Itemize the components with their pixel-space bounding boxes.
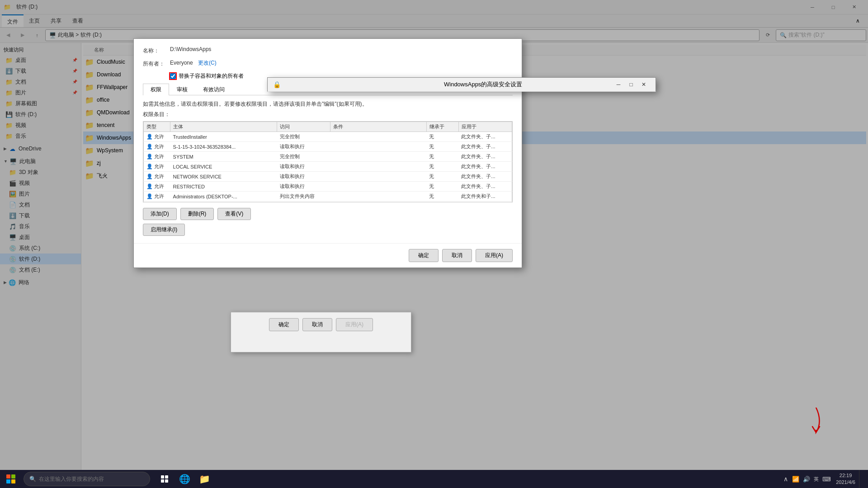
svg-rect-1	[165, 475, 168, 479]
row-access: 完全控制	[277, 152, 330, 162]
col-applies: 应用于	[458, 122, 512, 132]
taskbar-search-input[interactable]	[39, 476, 138, 482]
allow-icon: 👤	[146, 183, 153, 189]
tray-icons: ∧ 📶 🔊 英 ⌨	[782, 475, 832, 483]
inherit-button-row: 启用继承(I)	[143, 224, 513, 236]
security-footer: 确定 取消 应用(A)	[134, 243, 522, 267]
bg-apply-button[interactable]: 应用(A)	[336, 318, 373, 331]
remove-button[interactable]: 删除(R)	[180, 208, 214, 220]
desktop: 📁 软件 (D:) ─ □ ✕ 文件 主页 共享 查看 ∧ ◀ ▶ ↑	[0, 0, 868, 488]
row-type: 👤 允许	[144, 132, 170, 142]
bg-cancel-button[interactable]: 取消	[302, 318, 332, 331]
row-access: 列出文件夹内容	[277, 192, 330, 202]
row-principal: NETWORK SERVICE	[170, 172, 277, 182]
change-owner-link[interactable]: 更改(C)	[198, 60, 217, 66]
permission-table: 类型 主体 访问 条件 继承于 应用于 👤 允许 TrustedInstalle…	[143, 122, 512, 202]
row-condition	[330, 162, 427, 172]
tab-permissions[interactable]: 权限	[143, 84, 169, 95]
row-access: 读取和执行	[277, 202, 330, 203]
security-maximize-btn[interactable]: □	[625, 78, 637, 91]
svg-rect-2	[161, 479, 164, 483]
show-desktop-button[interactable]	[859, 470, 868, 488]
checkbox-label: 替换子容器和对象的所有者	[179, 72, 244, 80]
taskbar-icons: 🌐 📁	[156, 470, 213, 488]
table-row[interactable]: 👤 允许 TrustedInstaller 完全控制 无 此文件夹、子...	[144, 132, 512, 142]
owner-label: 所有者：	[143, 59, 170, 68]
keyboard-icon[interactable]: ⌨	[821, 476, 832, 483]
file-explorer-icon[interactable]: 📁	[195, 470, 213, 488]
row-principal: Administrators (DESKTOP-...	[170, 192, 277, 202]
row-inherit: 无	[426, 162, 458, 172]
start-button[interactable]	[0, 470, 22, 488]
table-row[interactable]: 👤 允许 Administrators (DESKTOP-... 列出文件夹内容…	[144, 192, 512, 202]
keyboard-lang[interactable]: 英	[812, 476, 820, 483]
table-row[interactable]: 👤 允许 LOCAL SERVICE 读取和执行 无 此文件夹、子...	[144, 162, 512, 172]
clock-time: 22:19	[836, 472, 855, 479]
row-condition	[330, 192, 427, 202]
taskbar-search-box[interactable]: 🔍	[24, 472, 150, 486]
row-principal: TrustedInstaller	[170, 132, 277, 142]
row-inherit: 无	[426, 152, 458, 162]
row-inherit: 无	[426, 192, 458, 202]
row-condition	[330, 172, 427, 182]
table-row[interactable]: 👤 允许 RESTRICTED 读取和执行 无 此文件夹、子...	[144, 182, 512, 192]
enable-inherit-button[interactable]: 启用继承(I)	[143, 224, 185, 236]
name-value: D:\WindowsApps	[170, 46, 513, 52]
security-close-btn[interactable]: ✕	[637, 78, 650, 91]
tab-effective-access[interactable]: 有效访问	[195, 84, 232, 95]
row-access: 读取和执行	[277, 162, 330, 172]
security-dialog-title: WindowsApps的高级安全设置	[444, 80, 612, 89]
taskbar: 🔍 🌐 📁 ∧ 📶 🔊 英 ⌨	[0, 470, 868, 488]
row-access: 完全控制	[277, 132, 330, 142]
row-applies: 此文件夹、子...	[458, 172, 512, 182]
row-inherit: 无	[426, 142, 458, 152]
table-row[interactable]: 👤 允许 NETWORK SERVICE 读取和执行 无 此文件夹、子...	[144, 172, 512, 182]
edge-browser-icon[interactable]: 🌐	[175, 470, 193, 488]
security-dialog-content: 名称： D:\WindowsApps 所有者： Everyone 更改(C) 替…	[134, 39, 522, 243]
row-type: 👤 允许	[144, 172, 170, 182]
table-header: 类型 主体 访问 条件 继承于 应用于	[144, 122, 512, 132]
security-cancel-button[interactable]: 取消	[442, 249, 472, 262]
table-row[interactable]: 👤 允许 S-1-15-3-1024-363528384... 读取和执行 无 …	[144, 142, 512, 152]
row-applies: 此文件夹、子...	[458, 162, 512, 172]
allow-icon: 👤	[146, 144, 153, 149]
row-principal: Users (DESKTOP-S6DE3R9\...	[170, 202, 277, 203]
row-type: 👤 允许	[144, 182, 170, 192]
tab-audit[interactable]: 审核	[169, 84, 195, 95]
svg-rect-3	[165, 479, 168, 483]
row-applies: 此文件夹、子...	[458, 152, 512, 162]
row-principal: LOCAL SERVICE	[170, 162, 277, 172]
table-body: 👤 允许 TrustedInstaller 完全控制 无 此文件夹、子... 👤…	[144, 132, 512, 203]
row-type: 👤 允许	[144, 202, 170, 203]
action-buttons: 添加(D) 删除(R) 查看(V)	[143, 208, 513, 220]
row-access: 读取和执行	[277, 142, 330, 152]
show-hidden-icons[interactable]: ∧	[782, 475, 790, 483]
replace-owner-checkbox[interactable]	[170, 73, 176, 79]
table-row[interactable]: 👤 允许 Users (DESKTOP-S6DE3R9\... 读取和执行 (E…	[144, 202, 512, 203]
task-view-button[interactable]	[156, 470, 174, 488]
security-ok-button[interactable]: 确定	[409, 249, 439, 262]
owner-row: 所有者： Everyone 更改(C)	[143, 59, 513, 68]
row-inherit: 无	[426, 172, 458, 182]
taskbar-clock[interactable]: 22:19 2021/4/6	[832, 472, 859, 486]
row-inherit: 无	[426, 132, 458, 142]
network-tray-icon[interactable]: 📶	[791, 476, 801, 483]
row-condition	[330, 132, 427, 142]
bg-ok-button[interactable]: 确定	[269, 318, 299, 331]
clock-date: 2021/4/6	[836, 479, 855, 486]
security-minimize-btn[interactable]: ─	[612, 78, 625, 91]
row-access: 读取和执行	[277, 182, 330, 192]
row-inherit: 无	[426, 202, 458, 203]
perm-label: 权限条目：	[143, 111, 513, 118]
row-applies: 只有该文件夹	[458, 202, 512, 203]
view-button[interactable]: 查看(V)	[217, 208, 251, 220]
table-row[interactable]: 👤 允许 SYSTEM 完全控制 无 此文件夹、子...	[144, 152, 512, 162]
volume-icon[interactable]: 🔊	[802, 476, 811, 483]
add-button[interactable]: 添加(D)	[143, 208, 177, 220]
row-access: 读取和执行	[277, 172, 330, 182]
col-condition: 条件	[330, 122, 427, 132]
task-view-icon	[160, 475, 169, 483]
security-apply-button[interactable]: 应用(A)	[476, 249, 513, 262]
security-icon: 🔒	[273, 81, 441, 88]
row-condition	[330, 152, 427, 162]
